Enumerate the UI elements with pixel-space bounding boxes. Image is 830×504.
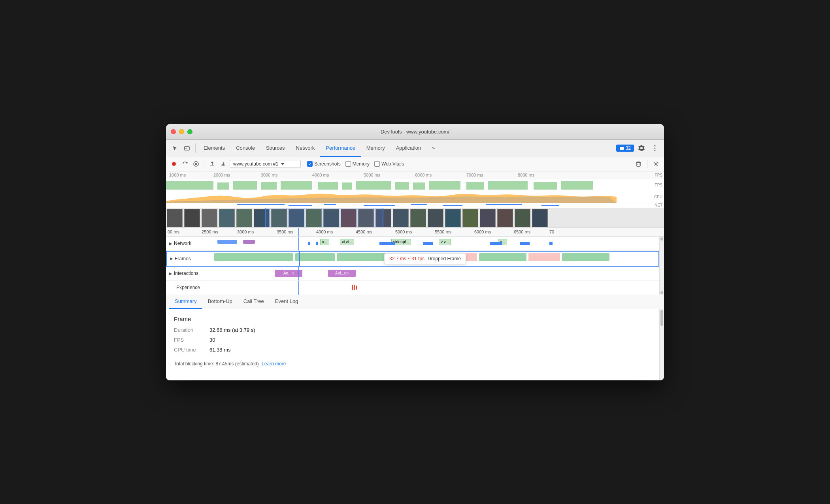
devtools-window: DevTools - www.youtube.com/ Elements Con… — [166, 124, 664, 380]
reload-button[interactable] — [180, 159, 190, 169]
tab-more[interactable]: » — [426, 139, 440, 157]
scrollbar-track-middle — [660, 241, 664, 290]
svg-rect-38 — [289, 205, 312, 206]
tab-memory[interactable]: Memory — [361, 139, 390, 157]
settings-cog-icon[interactable] — [651, 159, 661, 169]
interactions-track: ▶ Interactions An...n Ani...on — [166, 267, 659, 281]
duration-row: Duration 32.66 ms (at 3.79 s) — [174, 327, 651, 333]
issues-badge[interactable]: 32 — [616, 145, 634, 152]
cpu-chart: CPU — [166, 191, 664, 203]
svg-rect-15 — [637, 162, 640, 166]
svg-rect-20 — [166, 181, 213, 190]
more-options-icon[interactable] — [649, 142, 661, 154]
cpu-time-row: CPU time 61.38 ms — [174, 347, 651, 353]
svg-point-4 — [655, 145, 656, 147]
cursor-icon[interactable] — [169, 142, 181, 154]
experience-label: Experience — [166, 285, 213, 290]
tab-elements[interactable]: Elements — [198, 139, 230, 157]
summary-panel: Frame Duration 32.66 ms (at 3.79 s) FPS … — [166, 309, 659, 380]
tab-event-log[interactable]: Event Log — [270, 295, 304, 309]
experience-content — [213, 281, 659, 295]
svg-rect-40 — [364, 205, 395, 206]
svg-rect-21 — [217, 182, 229, 190]
devtools-tab-bar: Elements Console Sources Network Perform… — [166, 140, 664, 157]
tracks-container: ▶ Network v... vi vi... videopl... v v.. — [166, 237, 664, 295]
trash-icon[interactable] — [634, 159, 643, 169]
network-content: v... vi vi... videopl... v v... v... — [213, 237, 659, 250]
svg-rect-24 — [281, 181, 312, 190]
network-expand-icon[interactable]: ▶ — [169, 241, 172, 246]
learn-more-link[interactable]: Learn more — [262, 361, 286, 367]
frames-content: 32.7 ms ~ 31 fps Dropped Frame — [214, 252, 658, 266]
svg-point-7 — [172, 162, 176, 166]
svg-rect-35 — [312, 181, 318, 190]
screenshots-checkbox[interactable]: ✓ Screenshots — [307, 161, 341, 167]
duration-label: Duration — [174, 327, 209, 333]
url-selector[interactable]: www.youtube.com #1 — [230, 160, 301, 168]
toolbar-right — [634, 159, 661, 169]
svg-rect-27 — [356, 181, 391, 190]
maximize-button[interactable] — [187, 129, 192, 134]
performance-toolbar: www.youtube.com #1 ✓ Screenshots Memory … — [166, 157, 664, 171]
traffic-lights — [171, 129, 192, 134]
network-label: ▶ Network — [166, 241, 213, 246]
settings-icon[interactable] — [636, 142, 647, 154]
screenshots-strip — [166, 208, 664, 228]
tab-summary[interactable]: Summary — [169, 295, 202, 309]
checkbox-group: ✓ Screenshots Memory Web Vitals — [307, 161, 404, 167]
svg-rect-32 — [488, 181, 528, 190]
memory-checkbox[interactable]: Memory — [345, 161, 370, 167]
summary-footer: Total blocking time: 87.45ms (estimated)… — [174, 357, 651, 367]
tracks-inner: ▶ Network v... vi vi... videopl... v v.. — [166, 237, 659, 295]
download-button[interactable] — [219, 159, 228, 169]
tab-console[interactable]: Console — [230, 139, 260, 157]
tab-sources[interactable]: Sources — [260, 139, 290, 157]
detail-ruler: 00 ms 2500 ms 3000 ms 3500 ms 4000 ms 45… — [166, 228, 664, 237]
main-timeline: 00 ms 2500 ms 3000 ms 3500 ms 4000 ms 45… — [166, 228, 664, 295]
svg-point-6 — [655, 150, 656, 151]
svg-rect-23 — [261, 182, 277, 190]
screenshots-checkbox-box[interactable]: ✓ — [307, 161, 313, 167]
overview-ruler: 1000 ms 2000 ms 3000 ms 4000 ms 5000 ms … — [166, 171, 664, 179]
dock-icon[interactable] — [181, 142, 193, 154]
clear-button[interactable] — [191, 159, 201, 169]
window-title: DevTools - www.youtube.com/ — [381, 129, 449, 135]
svg-rect-41 — [411, 204, 427, 205]
scrollbar-thumb-bottom[interactable] — [660, 291, 663, 294]
record-button[interactable] — [169, 159, 179, 169]
svg-rect-30 — [429, 181, 460, 190]
scrollbar-thumb-top[interactable] — [660, 237, 663, 241]
svg-rect-28 — [395, 182, 409, 190]
minimize-button[interactable] — [179, 129, 184, 134]
summary-frame-title: Frame — [174, 316, 651, 322]
cpu-time-label: CPU time — [174, 347, 209, 353]
tab-network[interactable]: Network — [290, 139, 321, 157]
close-button[interactable] — [171, 129, 176, 134]
tab-performance[interactable]: Performance — [320, 139, 360, 157]
svg-rect-34 — [561, 181, 593, 190]
memory-checkbox-box[interactable] — [345, 161, 351, 167]
web-vitals-checkbox-box[interactable] — [374, 161, 380, 167]
summary-scrollbar[interactable] — [659, 309, 664, 380]
frames-track: ▶ Frames — [166, 251, 659, 267]
fps-chart: FPS — [166, 179, 664, 191]
tab-bottom-up[interactable]: Bottom-Up — [202, 295, 238, 309]
tab-application[interactable]: Application — [390, 139, 427, 157]
network-track: ▶ Network v... vi vi... videopl... v v.. — [166, 237, 659, 251]
svg-rect-44 — [541, 205, 559, 206]
duration-value: 32.66 ms (at 3.79 s) — [209, 327, 255, 333]
frames-expand-icon[interactable]: ▶ — [170, 256, 173, 261]
web-vitals-checkbox[interactable]: Web Vitals — [374, 161, 404, 167]
summary-scrollbar-thumb[interactable] — [660, 310, 663, 326]
cpu-time-value: 61.38 ms — [209, 347, 230, 353]
timeline-scrollbar[interactable] — [659, 237, 664, 295]
svg-rect-29 — [413, 182, 425, 190]
divider — [195, 143, 196, 153]
interactions-expand-icon[interactable]: ▶ — [169, 271, 172, 276]
svg-rect-39 — [324, 204, 336, 205]
net-chart: NET — [166, 203, 664, 208]
tab-call-tree[interactable]: Call Tree — [238, 295, 270, 309]
svg-rect-25 — [318, 182, 338, 190]
frames-label: ▶ Frames — [167, 256, 214, 261]
upload-button[interactable] — [208, 159, 217, 169]
